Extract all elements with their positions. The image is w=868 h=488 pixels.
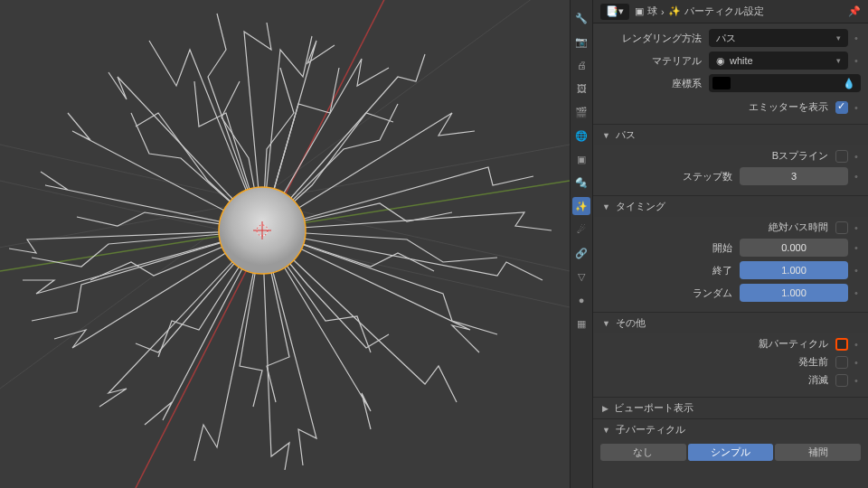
anim-dot[interactable]: • [852, 375, 861, 386]
breadcrumb-object: 球 [647, 5, 657, 18]
start-label: 開始 [600, 241, 740, 255]
random-field[interactable]: 1.000 [740, 284, 848, 302]
bspline-label: Bスプライン [600, 149, 835, 163]
show-emitter-label: エミッターを表示 [600, 100, 835, 114]
texture-icon[interactable]: ▦ [572, 314, 590, 333]
anim-dot[interactable]: • [852, 339, 861, 350]
pin-icon[interactable]: 📌 [848, 5, 861, 17]
triangle-down-icon: ▼ [602, 131, 610, 140]
render-as-select[interactable]: パス ▾ [709, 29, 848, 47]
material-icon[interactable]: ● [572, 291, 590, 309]
object-icon: ▣ [635, 5, 644, 17]
steps-field[interactable]: 3 [740, 167, 848, 185]
section-other-label: その他 [616, 316, 646, 330]
material-select[interactable]: ◉ white ▾ [709, 52, 848, 70]
viewport-3d[interactable] [0, 0, 570, 488]
scene-icon[interactable]: 🎬 [572, 103, 590, 121]
caret-icon: ▾ [836, 56, 841, 65]
prebirth-checkbox[interactable] [835, 356, 848, 369]
coord-object-field[interactable]: 💧 [709, 74, 861, 92]
anim-dot[interactable]: • [852, 151, 861, 162]
world-icon[interactable]: 🌐 [572, 127, 590, 145]
particles-icon: ✨ [668, 5, 681, 17]
material-ball-icon: ◉ [716, 55, 725, 67]
coord-swatch [712, 77, 731, 89]
render-icon[interactable]: 📷 [572, 33, 590, 51]
anim-dot[interactable]: • [852, 55, 861, 66]
output-icon[interactable]: 🖨 [572, 56, 590, 74]
physics-icon[interactable]: ☄ [572, 221, 590, 239]
section-other[interactable]: ▼ その他 [593, 312, 868, 333]
anim-dot[interactable]: • [852, 265, 861, 276]
material-label: マテリアル [600, 54, 709, 68]
properties-tabs: 🔧 📷 🖨 🖼 🎬 🌐 ▣ 🔩 ✨ ☄ 🔗 ▽ ● ▦ [570, 0, 593, 488]
end-label: 終了 [600, 264, 740, 277]
modifier-icon[interactable]: 🔩 [572, 174, 590, 192]
children-interp-button[interactable]: 補間 [775, 444, 861, 461]
section-path-label: パス [616, 128, 636, 142]
parent-particles-label: 親パーティクル [600, 337, 835, 351]
section-children-label: 子パーティクル [616, 423, 685, 436]
fade-checkbox[interactable] [835, 374, 848, 387]
triangle-right-icon: ▶ [602, 404, 609, 413]
caret-icon: ▾ [836, 33, 841, 42]
triangle-down-icon: ▼ [602, 426, 610, 435]
render-as-value: パス [716, 32, 736, 45]
parent-particles-checkbox[interactable] [835, 338, 848, 351]
anim-dot[interactable]: • [852, 357, 861, 368]
prebirth-label: 発生前 [600, 355, 835, 369]
constraints-icon[interactable]: 🔗 [572, 244, 590, 262]
section-viewport[interactable]: ▶ ビューポート表示 [593, 397, 868, 418]
object-icon[interactable]: ▣ [572, 150, 590, 168]
section-children[interactable]: ▼ 子パーティクル [593, 418, 868, 440]
render-as-label: レンダリング方法 [600, 32, 709, 45]
anim-dot[interactable]: • [852, 102, 861, 113]
data-icon[interactable]: ▽ [572, 267, 590, 286]
particles-icon[interactable]: ✨ [572, 197, 590, 215]
material-value: white [730, 55, 753, 66]
viewlayer-icon[interactable]: 🖼 [572, 80, 590, 98]
abs-path-checkbox[interactable] [835, 221, 848, 234]
abs-path-label: 絶対パス時間 [600, 221, 835, 234]
start-field[interactable]: 0.000 [740, 239, 848, 257]
tool-icon[interactable]: 🔧 [572, 9, 590, 27]
anim-dot[interactable]: • [852, 222, 861, 233]
chevron-icon: › [661, 6, 665, 17]
section-timing[interactable]: ▼ タイミング [593, 195, 868, 217]
anim-dot[interactable]: • [852, 287, 861, 298]
anim-dot[interactable]: • [852, 242, 861, 253]
breadcrumb[interactable]: ▣ 球 › ✨ パーティクル設定 [635, 5, 764, 18]
steps-label: ステップ数 [600, 170, 740, 183]
random-label: ランダム [600, 286, 740, 300]
fade-label: 消滅 [600, 373, 835, 387]
breadcrumb-settings: パーティクル設定 [684, 5, 764, 18]
eyedropper-icon[interactable]: 💧 [843, 78, 855, 89]
properties-panel: 📑▾ ▣ 球 › ✨ パーティクル設定 📌 レンダリング方法 パス ▾ • マテ… [593, 0, 868, 488]
bspline-checkbox[interactable] [835, 150, 848, 163]
triangle-down-icon: ▼ [602, 202, 610, 211]
panel-header: 📑▾ ▣ 球 › ✨ パーティクル設定 📌 [593, 0, 868, 23]
section-path[interactable]: ▼ パス [593, 124, 868, 145]
section-timing-label: タイミング [616, 200, 665, 213]
triangle-down-icon: ▼ [602, 319, 610, 328]
anim-dot[interactable]: • [852, 171, 861, 182]
children-simple-button[interactable]: シンプル [688, 444, 774, 461]
show-emitter-checkbox[interactable] [835, 101, 848, 114]
children-none-button[interactable]: なし [600, 444, 686, 461]
coord-label: 座標系 [600, 77, 709, 90]
end-field[interactable]: 1.000 [740, 261, 848, 279]
section-viewport-label: ビューポート表示 [614, 401, 693, 415]
editor-type-selector[interactable]: 📑▾ [600, 4, 629, 20]
anim-dot[interactable]: • [852, 33, 861, 43]
